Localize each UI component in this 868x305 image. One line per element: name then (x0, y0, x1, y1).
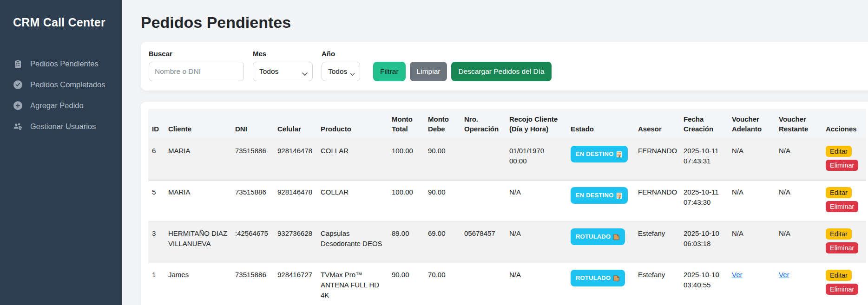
cell-asesor: FERNANDO (634, 181, 680, 222)
cell-monto-total: 100.00 (388, 181, 424, 222)
cell-fecha-creacion: 2025-10-10 03:40:55 (680, 263, 728, 305)
col-voucher-restante: Voucher Restante (775, 109, 822, 139)
cell-acciones: EditarEliminar (822, 263, 866, 305)
cell-cliente: MARIA (164, 181, 231, 222)
sidebar-item-label: Pedidos Pendientes (30, 59, 99, 68)
cell-dni: 73515886 (231, 139, 274, 181)
cell-producto: TVMax Pro™ ANTENA FULL HD 4K (317, 263, 388, 305)
cell-recojo: 01/01/1970 00:00 (506, 139, 567, 181)
label-icon (613, 275, 620, 282)
cell-voucher-adelanto: N/A (728, 181, 775, 222)
col-voucher-adelanto: Voucher Adelanto (728, 109, 775, 139)
table-row: 1James73515886928416727TVMax Pro™ ANTENA… (148, 263, 866, 305)
table-header-row: ID Cliente DNI Celular Producto Monto To… (148, 109, 866, 139)
status-badge: EN DESTINO (571, 187, 628, 204)
clear-button[interactable]: Limpiar (410, 62, 447, 81)
year-selected-value: Todos (328, 67, 347, 76)
year-select[interactable]: Todos (322, 62, 360, 81)
cell-monto-total: 89.00 (388, 222, 424, 263)
sidebar: CRM Call Center Pedidos Pendientes Pedid… (0, 0, 122, 305)
delete-button[interactable]: Eliminar (826, 160, 858, 171)
cell-id: 5 (148, 181, 164, 222)
cell-voucher-restante: N/A (775, 222, 822, 263)
filter-button[interactable]: Filtrar (373, 62, 406, 81)
search-field-group: Buscar (149, 50, 244, 81)
delete-button[interactable]: Eliminar (826, 284, 858, 295)
cell-fecha-creacion: 2025-10-11 07:43:31 (680, 139, 728, 181)
col-nro-operacion: Nro. Operación (460, 109, 506, 139)
cell-recojo: N/A (506, 222, 567, 263)
col-producto: Producto (317, 109, 388, 139)
status-badge-label: ROTULADO (576, 232, 611, 242)
cell-fecha-creacion: 2025-10-10 06:03:18 (680, 222, 728, 263)
delete-button[interactable]: Eliminar (826, 242, 858, 253)
cell-estado: EN DESTINO (567, 181, 634, 222)
status-badge: EN DESTINO (571, 146, 628, 162)
year-label: Año (322, 50, 360, 58)
col-id: ID (148, 109, 164, 139)
cell-nro-operacion (460, 263, 506, 305)
cell-monto-debe: 70.00 (424, 263, 460, 305)
download-orders-button[interactable]: Descargar Pedidos del Día (451, 62, 551, 81)
edit-button[interactable]: Editar (826, 270, 852, 281)
month-selected-value: Todos (259, 67, 278, 76)
cell-monto-total: 100.00 (388, 139, 424, 181)
orders-table-body: 6MARIA73515886928146478COLLAR100.0090.00… (148, 139, 866, 305)
chevron-down-icon (350, 70, 355, 78)
cell-cliente: MARIA (164, 139, 231, 181)
cell-acciones: EditarEliminar (822, 181, 866, 222)
building-icon (616, 192, 623, 199)
cell-celular: 928146478 (274, 181, 317, 222)
cell-dni: 73515886 (231, 263, 274, 305)
col-asesor: Asesor (634, 109, 680, 139)
delete-button[interactable]: Eliminar (826, 201, 858, 212)
month-field-group: Mes Todos (253, 50, 313, 81)
cell-asesor: Estefany (634, 263, 680, 305)
cell-voucher-restante: N/A (775, 181, 822, 222)
cell-asesor: Estefany (634, 222, 680, 263)
table-row: 6MARIA73515886928146478COLLAR100.0090.00… (148, 139, 866, 181)
cell-id: 6 (148, 139, 164, 181)
cell-voucher-restante-link[interactable]: Ver (779, 271, 789, 279)
search-label: Buscar (149, 50, 244, 58)
edit-button[interactable]: Editar (826, 228, 852, 240)
filter-panel: Buscar Mes Todos Año Todos (141, 42, 868, 91)
cell-recojo: N/A (506, 181, 567, 222)
col-dni: DNI (231, 109, 274, 139)
status-badge: ROTULADO (571, 228, 625, 245)
edit-button[interactable]: Editar (826, 187, 852, 198)
cell-producto: COLLAR (317, 139, 388, 181)
col-estado: Estado (567, 109, 634, 139)
cell-celular: 928146478 (274, 139, 317, 181)
building-icon (616, 151, 623, 158)
cell-nro-operacion (460, 139, 506, 181)
cell-voucher-adelanto: Ver (728, 263, 775, 305)
month-select[interactable]: Todos (253, 62, 313, 81)
sidebar-item-label: Pedidos Completados (30, 80, 105, 89)
cell-acciones: EditarEliminar (822, 139, 866, 181)
sidebar-item-label: Agregar Pedido (30, 101, 84, 110)
sidebar-item-pedidos-completados[interactable]: Pedidos Completados (0, 74, 122, 95)
chevron-down-icon (302, 70, 308, 78)
cell-voucher-restante: Ver (775, 263, 822, 305)
cell-estado: ROTULADO (567, 263, 634, 305)
cell-producto: COLLAR (317, 181, 388, 222)
sidebar-item-pedidos-pendientes[interactable]: Pedidos Pendientes (0, 53, 122, 74)
cell-voucher-restante: N/A (775, 139, 822, 181)
col-cliente: Cliente (164, 109, 231, 139)
cell-id: 1 (148, 263, 164, 305)
cell-monto-debe: 90.00 (424, 181, 460, 222)
orders-table-card: ID Cliente DNI Celular Producto Monto To… (141, 102, 868, 305)
sidebar-item-agregar-pedido[interactable]: Agregar Pedido (0, 95, 122, 116)
cell-voucher-adelanto-link[interactable]: Ver (732, 271, 743, 279)
cell-recojo: N/A (506, 263, 567, 305)
col-recojo-cliente: Recojo Cliente (Día y Hora) (506, 109, 567, 139)
sidebar-item-gestionar-usuarios[interactable]: Gestionar Usuarios (0, 116, 122, 137)
cell-celular: 932736628 (274, 222, 317, 263)
sidebar-item-label: Gestionar Usuarios (30, 122, 96, 131)
edit-button[interactable]: Editar (826, 146, 852, 157)
search-input[interactable] (149, 62, 244, 81)
status-badge-label: EN DESTINO (576, 190, 613, 201)
status-badge: ROTULADO (571, 270, 625, 286)
cell-cliente: James (164, 263, 231, 305)
